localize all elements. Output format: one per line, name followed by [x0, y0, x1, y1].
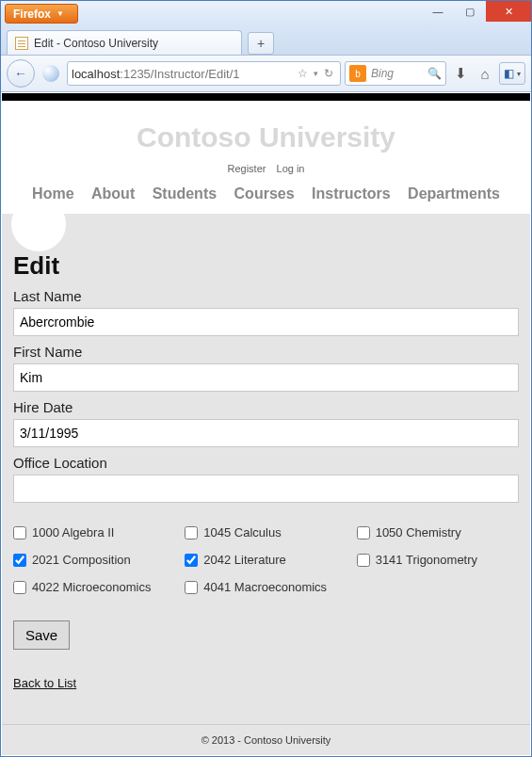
page-viewport: Contoso University Register Log in Home …	[2, 93, 530, 755]
home-button[interactable]: ⌂	[475, 63, 495, 84]
maximize-button[interactable]: ▢	[454, 1, 486, 22]
course-item[interactable]: 2042 Literature	[185, 553, 347, 567]
firefox-menu-button[interactable]: Firefox ▼	[5, 4, 78, 24]
tab-title: Edit - Contoso University	[34, 37, 158, 50]
login-link[interactable]: Log in	[277, 163, 305, 174]
course-checkbox[interactable]	[185, 554, 198, 567]
course-label: 2021 Composition	[32, 553, 131, 567]
window-titlebar: Firefox ▼ — ▢ ✕	[1, 1, 531, 26]
nav-instructors[interactable]: Instructors	[312, 185, 391, 201]
bookmarks-button[interactable]: ◧▾	[499, 62, 525, 85]
course-checkbox[interactable]	[357, 554, 370, 567]
register-link[interactable]: Register	[227, 163, 266, 174]
course-checkbox[interactable]	[357, 526, 370, 540]
course-item[interactable]: 4022 Microeconomics	[13, 580, 175, 594]
url-bar[interactable]: localhost:1235/Instructor/Edit/1 ☆ ▾ ↻	[67, 61, 341, 86]
downloads-button[interactable]: ⬇	[450, 63, 471, 84]
course-label: 1000 Algebra II	[32, 525, 114, 540]
back-to-list-link[interactable]: Back to List	[13, 676, 76, 690]
edit-form: Edit Last Name First Name Hire Date Offi…	[2, 214, 530, 691]
course-label: 3141 Trigonometry	[376, 553, 477, 567]
search-bar[interactable]: b Bing 🔍	[345, 61, 446, 86]
search-go-icon[interactable]: 🔍	[427, 67, 442, 80]
star-icon[interactable]: ☆	[298, 67, 308, 80]
course-item[interactable]: 4041 Macroeconomics	[185, 580, 347, 594]
course-item[interactable]: 1000 Algebra II	[13, 525, 175, 540]
nav-home[interactable]: Home	[32, 185, 73, 201]
caret-down-icon: ▾	[517, 70, 521, 78]
url-path: :1235/Instructor/Edit/1	[120, 67, 239, 81]
save-button[interactable]: Save	[13, 620, 70, 650]
course-checkbox[interactable]	[13, 554, 26, 567]
page-icon	[15, 37, 28, 50]
window-controls: — ▢ ✕	[422, 1, 531, 22]
new-tab-button[interactable]: +	[248, 32, 274, 55]
course-checkbox[interactable]	[185, 581, 198, 594]
nav-toolbar: ← localhost:1235/Instructor/Edit/1 ☆ ▾ ↻…	[1, 56, 531, 92]
course-item[interactable]: 3141 Trigonometry	[357, 553, 519, 567]
dropdown-icon[interactable]: ▾	[314, 69, 318, 78]
label-hire-date: Hire Date	[13, 399, 519, 415]
back-button[interactable]: ←	[7, 59, 35, 88]
nav-students[interactable]: Students	[153, 185, 217, 201]
nav-courses[interactable]: Courses	[234, 185, 295, 201]
label-first-name: First Name	[13, 344, 519, 360]
reload-icon[interactable]: ↻	[324, 67, 333, 80]
course-label: 1045 Calculus	[203, 525, 281, 540]
page-body: Edit Last Name First Name Hire Date Offi…	[2, 214, 530, 755]
page-heading: Edit	[13, 251, 519, 281]
site-title: Contoso University	[2, 121, 530, 153]
course-label: 4022 Microeconomics	[32, 580, 151, 594]
url-host: localhost	[72, 67, 120, 81]
caret-down-icon: ▼	[56, 9, 64, 18]
course-label: 1050 Chemistry	[376, 525, 461, 540]
course-item[interactable]: 2021 Composition	[13, 553, 175, 567]
course-item[interactable]: 1050 Chemistry	[357, 525, 519, 540]
bing-icon: b	[349, 65, 366, 82]
course-label: 4041 Macroeconomics	[203, 580, 327, 594]
close-button[interactable]: ✕	[486, 1, 531, 22]
input-office-location[interactable]	[13, 475, 519, 503]
course-checkbox[interactable]	[13, 526, 26, 540]
course-checkboxes: 1000 Algebra II1045 Calculus1050 Chemist…	[13, 525, 519, 594]
account-links: Register Log in	[2, 163, 530, 174]
minimize-button[interactable]: —	[422, 1, 454, 22]
course-checkbox[interactable]	[185, 526, 198, 540]
main-nav: Home About Students Courses Instructors …	[2, 185, 530, 202]
nav-about[interactable]: About	[91, 185, 135, 201]
browser-tab[interactable]: Edit - Contoso University	[7, 30, 242, 55]
input-first-name[interactable]	[13, 363, 519, 392]
top-accent-bar	[2, 93, 530, 101]
course-label: 2042 Literature	[203, 553, 285, 567]
input-hire-date[interactable]	[13, 419, 519, 447]
site-footer: © 2013 - Contoso University	[2, 724, 530, 755]
globe-icon	[42, 65, 59, 82]
input-last-name[interactable]	[13, 308, 519, 336]
site-header: Contoso University Register Log in Home …	[2, 101, 530, 214]
course-checkbox[interactable]	[13, 581, 26, 594]
nav-departments[interactable]: Departments	[408, 185, 500, 201]
course-item[interactable]: 1045 Calculus	[185, 525, 347, 540]
search-placeholder: Bing	[371, 67, 394, 80]
firefox-menu-label: Firefox	[13, 8, 51, 21]
label-office-location: Office Location	[13, 455, 519, 471]
label-last-name: Last Name	[13, 288, 519, 304]
tab-strip: Edit - Contoso University +	[1, 26, 531, 56]
